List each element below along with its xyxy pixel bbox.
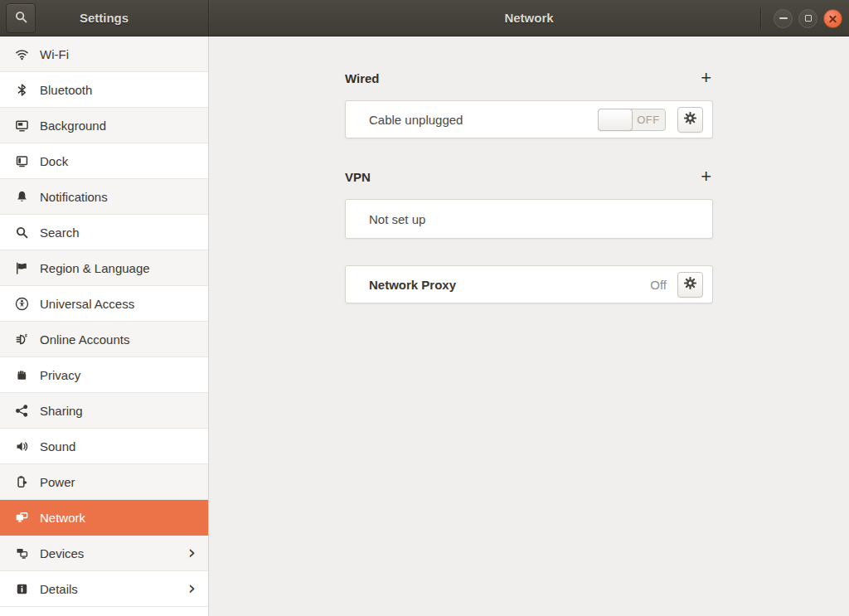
- minimize-button[interactable]: [774, 9, 793, 28]
- vpn-status-label: Not set up: [369, 212, 425, 226]
- wired-section: Wired + Cable unplugged OFF: [345, 69, 713, 138]
- sidebar-item-label: Sound: [40, 439, 75, 454]
- sidebar-item-background[interactable]: Background: [0, 108, 208, 143]
- sidebar-item-label: Privacy: [40, 368, 80, 382]
- wired-row: Cable unplugged OFF: [346, 101, 712, 138]
- dock-icon: [13, 153, 30, 169]
- sidebar-item-label: Bluetooth: [40, 83, 92, 97]
- window-controls: [760, 0, 842, 36]
- sidebar-item-sound[interactable]: Sound: [0, 429, 208, 464]
- sidebar-item-label: Wi-Fi: [40, 47, 69, 61]
- proxy-title: Network Proxy: [369, 278, 456, 292]
- sidebar-item-online-accounts[interactable]: Online Accounts: [0, 322, 208, 357]
- hand-icon: [13, 366, 30, 383]
- app-body: Wi-FiBluetoothBackgroundDockNotification…: [0, 36, 849, 616]
- vpn-row[interactable]: Not set up: [346, 200, 712, 238]
- search-icon: [14, 10, 28, 27]
- sidebar-item-notifications[interactable]: Notifications: [0, 179, 208, 215]
- gear-icon: [683, 276, 697, 293]
- sidebar-item-universal-access[interactable]: Universal Access: [0, 286, 208, 322]
- background-icon: [13, 117, 30, 133]
- sidebar-item-label: Network: [40, 511, 85, 525]
- wired-status-label: Cable unplugged: [369, 113, 463, 127]
- search-button[interactable]: [6, 3, 36, 33]
- sidebar-item-privacy[interactable]: Privacy: [0, 357, 208, 393]
- add-vpn-button[interactable]: +: [699, 167, 713, 186]
- sidebar-item-power[interactable]: Power: [0, 464, 208, 500]
- chevron-right-icon: ›: [188, 543, 196, 562]
- vpn-section-title: VPN: [345, 170, 371, 184]
- sidebar-item-sharing[interactable]: Sharing: [0, 393, 208, 429]
- devices-icon: [13, 545, 30, 561]
- speaker-icon: [13, 438, 30, 454]
- network-panel: Wired + Cable unplugged OFF: [209, 36, 849, 616]
- toggle-knob: [598, 109, 633, 131]
- wired-section-title: Wired: [345, 71, 380, 85]
- share-icon: [13, 402, 30, 419]
- sidebar-item-details[interactable]: Details›: [0, 571, 208, 607]
- vpn-section: VPN + Not set up: [345, 167, 713, 239]
- gear-icon: [683, 111, 697, 128]
- wired-card: Cable unplugged OFF: [345, 100, 713, 138]
- sidebar-item-devices[interactable]: Devices›: [0, 536, 208, 571]
- wired-settings-button[interactable]: [677, 107, 703, 133]
- battery-icon: [13, 473, 30, 490]
- sidebar-item-label: Sharing: [40, 404, 83, 418]
- sidebar-item-label: Background: [40, 119, 106, 133]
- page-title: Network: [504, 11, 553, 25]
- minimize-icon: [779, 17, 788, 19]
- sidebar-item-bluetooth[interactable]: Bluetooth: [0, 72, 208, 108]
- universal-access-icon: [13, 295, 30, 312]
- toggle-state-label: OFF: [632, 109, 665, 130]
- proxy-card: Network Proxy Off: [345, 265, 713, 303]
- titlebar-left: Settings: [0, 0, 209, 36]
- info-icon: [13, 580, 30, 597]
- titlebar-right: Network: [209, 0, 849, 36]
- wired-toggle[interactable]: OFF: [598, 109, 666, 131]
- sidebar-item-label: Online Accounts: [40, 332, 129, 347]
- sidebar-item-network[interactable]: Network: [0, 500, 208, 536]
- proxy-settings-button[interactable]: [677, 272, 703, 298]
- sidebar-item-label: Dock: [40, 154, 68, 168]
- network-icon: [13, 509, 30, 526]
- left-window-title: Settings: [80, 11, 129, 25]
- chevron-right-icon: ›: [188, 579, 196, 598]
- sidebar-item-region-language[interactable]: Region & Language: [0, 250, 208, 286]
- titlebar: Settings Network: [0, 0, 849, 36]
- proxy-section: Network Proxy Off: [345, 265, 713, 303]
- bluetooth-icon: [13, 81, 30, 98]
- sidebar-item-label: Region & Language: [40, 261, 150, 275]
- add-wired-connection-button[interactable]: +: [699, 69, 713, 87]
- bell-icon: [13, 188, 30, 205]
- flag-icon: [13, 259, 30, 276]
- maximize-button[interactable]: [798, 9, 817, 28]
- vpn-card: Not set up: [345, 199, 713, 239]
- search-icon: [13, 224, 30, 240]
- maximize-icon: [805, 15, 812, 22]
- sidebar-item-label: Universal Access: [40, 297, 134, 311]
- settings-window: Settings Network Wi-FiBluetoothBackgroun…: [0, 0, 849, 616]
- sidebar-item-label: Search: [40, 226, 80, 240]
- online-accounts-icon: [13, 331, 30, 347]
- sidebar-item-label: Power: [40, 475, 75, 489]
- sidebar-item-search[interactable]: Search: [0, 215, 208, 250]
- sidebar-item-dock[interactable]: Dock: [0, 143, 208, 179]
- settings-sidebar: Wi-FiBluetoothBackgroundDockNotification…: [0, 36, 209, 616]
- proxy-status: Off: [650, 278, 667, 292]
- sidebar-item-label: Notifications: [40, 190, 108, 204]
- proxy-row: Network Proxy Off: [346, 266, 712, 303]
- wifi-icon: [13, 46, 30, 62]
- sidebar-item-label: Details: [40, 582, 78, 596]
- sidebar-item-wi-fi[interactable]: Wi-Fi: [0, 36, 208, 72]
- sidebar-item-label: Devices: [40, 546, 84, 560]
- close-button[interactable]: [823, 9, 842, 28]
